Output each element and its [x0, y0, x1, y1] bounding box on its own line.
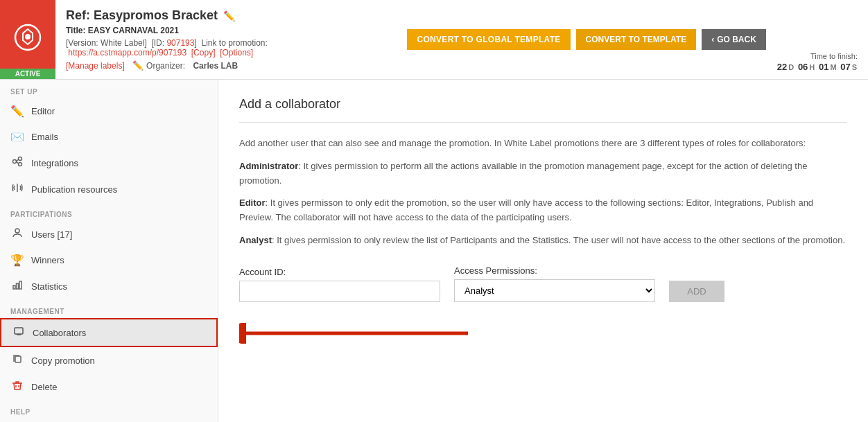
svg-line-6: [17, 161, 19, 164]
description-analyst: Analyst: It gives permission to only rev…: [239, 234, 847, 248]
sidebar-item-emails[interactable]: ✉️ Emails: [0, 124, 218, 150]
sidebar-item-copy-promotion[interactable]: Copy promotion: [0, 347, 218, 373]
delete-icon: [10, 380, 24, 394]
emails-icon: ✉️: [10, 130, 24, 143]
svg-point-7: [15, 229, 19, 233]
admin-role-name: Administrator: [239, 161, 298, 171]
timer-area: Time to finish: 22D 06H 01M 07S: [776, 0, 868, 79]
promotion-link[interactable]: https://a.cstmapp.com/p/907193: [68, 48, 186, 58]
help-section-label: HELP: [0, 400, 218, 419]
account-id-label: Account ID:: [239, 267, 440, 277]
svg-point-2: [13, 160, 17, 164]
svg-rect-8: [13, 285, 15, 289]
management-section-label: MANAGEMENT: [0, 299, 218, 318]
go-back-button[interactable]: ‹ GO BACK: [702, 29, 766, 50]
sidebar-item-label: Users [17]: [31, 229, 72, 240]
title-divider: [239, 122, 847, 123]
add-collaborator-title: Add a collaborator: [239, 97, 847, 112]
participations-section-label: PARTICIPATIONS: [0, 202, 218, 221]
sidebar-item-label: Delete: [31, 382, 58, 392]
svg-rect-9: [17, 283, 19, 289]
days-value: 22: [777, 62, 787, 72]
add-collaborator-button[interactable]: ADD: [669, 281, 724, 302]
sidebar-item-label: Editor: [31, 106, 55, 116]
collaborators-icon: [12, 326, 26, 340]
sidebar-item-editor[interactable]: ✏️ Editor: [0, 98, 218, 124]
sidebar-item-statistics[interactable]: Statistics: [0, 273, 218, 299]
integrations-icon: [10, 156, 24, 170]
sidebar-item-winners[interactable]: 🏆 Winners: [0, 247, 218, 273]
organizer-name: Carles LAB: [193, 61, 238, 71]
sidebar-item-label: Statistics: [31, 281, 67, 292]
svg-point-3: [19, 157, 22, 161]
main-content: Add a collaborator Add another user that…: [218, 80, 868, 422]
hours-value: 06: [798, 62, 808, 72]
logo-icon: [14, 24, 42, 56]
setup-section-label: SET UP: [0, 80, 218, 98]
page-title-text: Ref: Easypromos Bracket: [66, 8, 218, 23]
header: ACTIVE Ref: Easypromos Bracket ✏️ Title:…: [0, 0, 868, 80]
publication-resources-icon: [10, 182, 24, 196]
header-info: Ref: Easypromos Bracket ✏️ Title: EASY C…: [55, 0, 397, 79]
options-link[interactable]: [Options]: [220, 48, 253, 58]
description-editor: Editor: It gives permisson to only edit …: [239, 196, 847, 225]
svg-rect-10: [19, 281, 21, 289]
convert-template-button[interactable]: CONVERT TO TEMPLATE: [576, 29, 697, 50]
timer-label: Time to finish:: [776, 52, 858, 60]
sidebar-item-delete[interactable]: Delete: [0, 373, 218, 400]
statistics-icon: [10, 279, 24, 293]
svg-point-4: [19, 163, 22, 166]
sidebar-item-label: Emails: [31, 132, 58, 142]
sidebar-item-label: Publication resources: [31, 184, 117, 195]
editor-icon: ✏️: [10, 105, 24, 118]
header-actions: CONVERT TO GLOBAL TEMPLATE CONVERT TO TE…: [397, 0, 776, 79]
add-collaborator-form: Account ID: Access Permissions: Analyst …: [239, 265, 847, 302]
sidebar-item-view-tutorial[interactable]: 💡 View tutorial: [0, 419, 218, 422]
sidebar-item-users[interactable]: Users [17]: [0, 221, 218, 247]
access-permissions-label: Access Permissions:: [454, 265, 655, 276]
svg-point-1: [25, 34, 31, 39]
sidebar-item-collaborators[interactable]: Collaborators: [0, 318, 218, 347]
copy-link[interactable]: [Copy]: [191, 48, 216, 58]
description-admin: Administrator: It gives permission to pe…: [239, 159, 847, 188]
users-icon: [10, 227, 24, 241]
header-title-row: Ref: Easypromos Bracket ✏️: [66, 8, 386, 23]
analyst-role-name: Analyst: [239, 235, 272, 245]
sidebar-item-label: Copy promotion: [31, 355, 95, 366]
layout: SET UP ✏️ Editor ✉️ Emails Integrations: [0, 80, 868, 422]
form-row: Account ID: Access Permissions: Analyst …: [239, 265, 847, 302]
sidebar-item-publication-resources[interactable]: Publication resources: [0, 176, 218, 202]
add-button-group: ADD: [669, 281, 724, 302]
header-organizer: [Manage labels] ✏️ Organizer: Carles LAB: [66, 60, 386, 71]
active-badge: ACTIVE: [0, 69, 55, 79]
account-id-group: Account ID:: [239, 267, 440, 302]
red-arrow-svg: [239, 323, 475, 344]
sidebar: SET UP ✏️ Editor ✉️ Emails Integrations: [0, 80, 218, 422]
header-meta: [Version: White Label] [ID: 907193] Link…: [66, 38, 386, 58]
timer-value: 22D 06H 01M 07S: [776, 62, 858, 72]
editor-role-name: Editor: [239, 197, 266, 208]
svg-rect-11: [15, 328, 23, 334]
logo-area: ACTIVE: [0, 0, 55, 79]
minutes-value: 01: [819, 62, 828, 72]
sidebar-item-label: Integrations: [31, 158, 78, 168]
id-link[interactable]: 907193: [166, 38, 194, 48]
access-permissions-select[interactable]: Analyst Editor Administrator: [454, 279, 655, 302]
sidebar-item-label: Winners: [31, 255, 64, 265]
manage-labels-link[interactable]: [Manage labels]: [66, 61, 125, 71]
chevron-left-icon: ‹: [711, 35, 714, 44]
header-subtitle: Title: EASY CARNAVAL 2021: [66, 26, 386, 35]
account-id-input[interactable]: [239, 281, 440, 302]
access-permissions-group: Access Permissions: Analyst Editor Admin…: [454, 265, 655, 302]
sidebar-item-label: Collaborators: [33, 328, 86, 338]
winners-icon: 🏆: [10, 254, 24, 267]
sidebar-item-integrations[interactable]: Integrations: [0, 150, 218, 176]
description-intro: Add another user that can also see and m…: [239, 137, 847, 151]
svg-rect-14: [15, 356, 21, 362]
edit-icon[interactable]: ✏️: [223, 10, 235, 21]
convert-global-button[interactable]: CONVERT TO GLOBAL TEMPLATE: [407, 29, 570, 50]
seconds-value: 07: [840, 62, 850, 72]
copy-promotion-icon: [10, 353, 24, 367]
arrow-annotation: [239, 323, 847, 344]
